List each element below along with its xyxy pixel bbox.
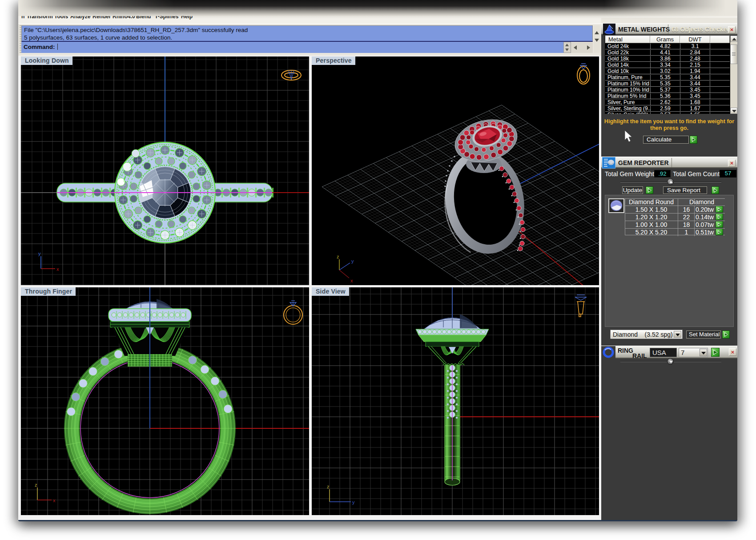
svg-text:z: z [337, 254, 339, 259]
svg-text:x: x [53, 498, 56, 503]
svg-text:y: y [352, 500, 355, 505]
svg-text:z: z [327, 484, 330, 489]
svg-text:y: y [38, 251, 41, 256]
svg-text:x: x [350, 278, 353, 283]
svg-text:z: z [35, 482, 37, 488]
svg-text:y: y [351, 258, 354, 264]
svg-text:x: x [56, 266, 59, 272]
